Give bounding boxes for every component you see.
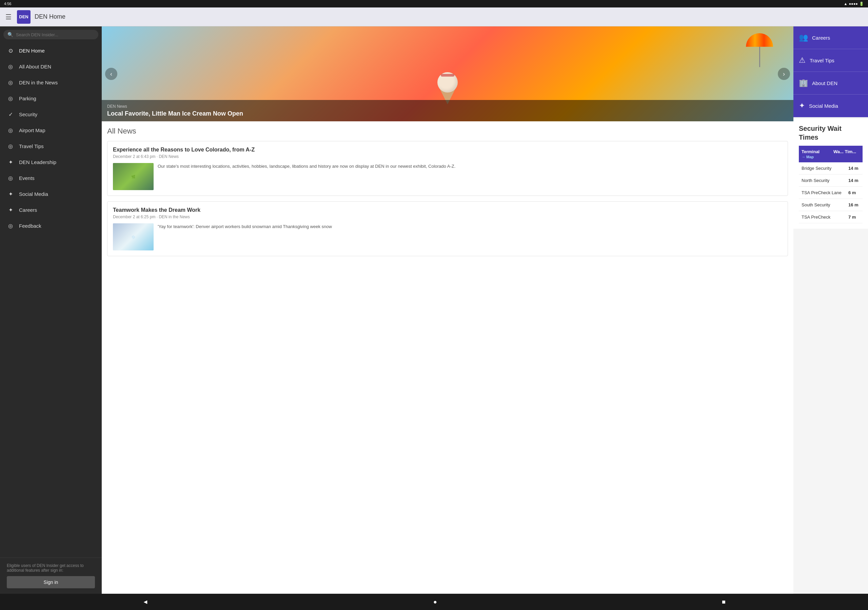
table-row: TSA PreCheck 7 m: [799, 211, 863, 223]
news-section: All News Experience all the Reasons to L…: [102, 121, 794, 267]
sidebar-item-den-home[interactable]: ⊙ DEN Home: [0, 43, 102, 59]
article-image-article-2: ❄️: [113, 223, 153, 251]
nav-label-careers: Careers: [19, 207, 37, 213]
main-content: ‹ › DEN News Local Favorite, Little Man …: [102, 26, 794, 594]
nav-label-den-in-the-news: DEN in the News: [19, 80, 57, 85]
sidebar-footer: Eligible users of DEN Insider get access…: [0, 557, 102, 594]
app-bar: ☰ DEN DEN Home: [0, 8, 868, 26]
status-time: 4:56: [4, 2, 11, 6]
back-button[interactable]: ◄: [136, 597, 155, 607]
security-row-wait: 14 m: [846, 163, 863, 174]
nav-icon-all-about-den: ◎: [7, 63, 14, 70]
sign-in-button[interactable]: Sign in: [7, 576, 95, 588]
sidebar-item-den-in-the-news[interactable]: ◎ DEN in the News: [0, 74, 102, 90]
article-text-article-2: 'Yay for teamwork': Denver airport worke…: [158, 223, 332, 251]
table-row: Bridge Security 14 m: [799, 163, 863, 175]
terminal-header-cell: Terminal → Map: [799, 146, 831, 163]
nav-icon-events: ◎: [7, 175, 14, 181]
security-row-name: North Security: [799, 175, 846, 186]
nav-icon-den-in-the-news: ◎: [7, 79, 14, 86]
ice-cream-decoration: [437, 72, 458, 104]
quick-link-label-social-media: Social Media: [809, 103, 838, 109]
security-row-name: TSA PreCheck Lane: [799, 187, 846, 198]
sidebar-item-feedback[interactable]: ◎ Feedback: [0, 218, 102, 234]
sidebar-item-security[interactable]: ✓ Security: [0, 107, 102, 122]
quick-links-list: 👥 Careers⚠ Travel Tips🏢 About DEN✦ Socia…: [794, 26, 868, 117]
security-row-wait: 7 m: [846, 211, 863, 223]
sidebar-item-airport-map[interactable]: ◎ Airport Map: [0, 122, 102, 138]
sidebar-item-careers[interactable]: ✦ Careers: [0, 202, 102, 218]
news-card-article-2[interactable]: Teamwork Makes the Dream Work December 2…: [107, 201, 788, 256]
news-articles-list: Experience all the Reasons to Love Color…: [107, 141, 788, 256]
nav-label-all-about-den: All About DEN: [19, 64, 51, 70]
sidebar-item-den-leadership[interactable]: ✦ DEN Leadership: [0, 154, 102, 170]
quick-link-social-media[interactable]: ✦ Social Media: [794, 94, 868, 117]
waittime-header-cell: Wa... Tim...: [831, 146, 863, 163]
search-icon: 🔍: [8, 32, 13, 37]
nav-list: ⊙ DEN Home◎ All About DEN◎ DEN in the Ne…: [0, 43, 102, 234]
nav-icon-social-media: ✦: [7, 191, 14, 197]
sidebar-item-social-media[interactable]: ✦ Social Media: [0, 186, 102, 202]
security-table-header: Terminal → Map Wa... Tim...: [799, 146, 863, 163]
umbrella-decoration: [746, 33, 773, 67]
quick-link-icon-about-den: 🏢: [799, 79, 808, 87]
status-icons: ▲ ●●●● 🔋: [844, 2, 864, 6]
security-wait-times: Security Wait Times Terminal → Map Wa...…: [794, 119, 868, 229]
security-row-wait: 6 m: [846, 187, 863, 198]
quick-link-label-travel-tips: Travel Tips: [810, 57, 834, 63]
article-body-article-2: ❄️ 'Yay for teamwork': Denver airport wo…: [113, 223, 782, 251]
hero-title: Local Favorite, Little Man Ice Cream Now…: [107, 110, 788, 117]
table-row: North Security 14 m: [799, 175, 863, 187]
article-body-article-1: 🌿 Our state's most interesting locations…: [113, 163, 782, 190]
security-row-wait: 16 m: [846, 199, 863, 211]
nav-icon-den-leadership: ✦: [7, 159, 14, 166]
sidebar-item-parking[interactable]: ◎ Parking: [0, 90, 102, 107]
right-panel: 👥 Careers⚠ Travel Tips🏢 About DEN✦ Socia…: [794, 26, 868, 594]
content-area: ‹ › DEN News Local Favorite, Little Man …: [102, 26, 868, 594]
sidebar-item-events[interactable]: ◎ Events: [0, 170, 102, 186]
footer-text: Eligible users of DEN Insider get access…: [7, 563, 84, 573]
nav-label-den-home: DEN Home: [19, 48, 45, 54]
quick-link-icon-careers: 👥: [799, 33, 808, 42]
nav-icon-feedback: ◎: [7, 223, 14, 229]
search-box[interactable]: 🔍: [3, 30, 98, 39]
bottom-nav: ◄ ● ■: [0, 594, 868, 610]
quick-link-icon-travel-tips: ⚠: [799, 56, 806, 65]
nav-label-feedback: Feedback: [19, 223, 41, 229]
nav-icon-den-home: ⊙: [7, 48, 14, 54]
nav-label-security: Security: [19, 111, 37, 117]
security-row-wait: 14 m: [846, 175, 863, 186]
table-row: South Security 16 m: [799, 199, 863, 211]
hero-carousel: ‹ › DEN News Local Favorite, Little Man …: [102, 26, 794, 121]
quick-link-about-den[interactable]: 🏢 About DEN: [794, 72, 868, 94]
security-row-name: South Security: [799, 199, 846, 211]
quick-link-careers[interactable]: 👥 Careers: [794, 26, 868, 49]
nav-label-events: Events: [19, 175, 34, 181]
nav-icon-parking: ◎: [7, 95, 14, 102]
main-layout: 🔍 ⊙ DEN Home◎ All About DEN◎ DEN in the …: [0, 26, 868, 594]
carousel-next-button[interactable]: ›: [778, 68, 790, 80]
nav-label-social-media: Social Media: [19, 191, 48, 197]
news-card-article-1[interactable]: Experience all the Reasons to Love Color…: [107, 141, 788, 196]
article-title-article-2: Teamwork Makes the Dream Work: [113, 207, 782, 213]
security-rows-list: Bridge Security 14 mNorth Security 14 mT…: [799, 163, 863, 223]
hero-overlay: DEN News Local Favorite, Little Man Ice …: [102, 100, 794, 121]
recents-button[interactable]: ■: [715, 597, 732, 607]
sidebar: 🔍 ⊙ DEN Home◎ All About DEN◎ DEN in the …: [0, 26, 102, 594]
all-news-title: All News: [107, 127, 788, 136]
nav-icon-travel-tips: ◎: [7, 143, 14, 149]
sidebar-item-all-about-den[interactable]: ◎ All About DEN: [0, 59, 102, 74]
article-text-article-1: Our state's most interesting locations, …: [158, 163, 456, 190]
carousel-prev-button[interactable]: ‹: [105, 68, 117, 80]
home-button[interactable]: ●: [426, 597, 444, 607]
security-row-name: TSA PreCheck: [799, 211, 846, 223]
nav-label-parking: Parking: [19, 96, 36, 101]
nav-icon-careers: ✦: [7, 207, 14, 213]
sidebar-item-travel-tips[interactable]: ◎ Travel Tips: [0, 138, 102, 154]
article-meta-article-2: December 2 at 6:25 pm · DEN in the News: [113, 215, 782, 219]
terminal-map-link[interactable]: → Map: [801, 155, 828, 159]
hamburger-menu[interactable]: ☰: [5, 13, 11, 21]
quick-link-label-careers: Careers: [812, 35, 830, 41]
quick-link-travel-tips[interactable]: ⚠ Travel Tips: [794, 49, 868, 72]
search-input[interactable]: [16, 32, 94, 37]
